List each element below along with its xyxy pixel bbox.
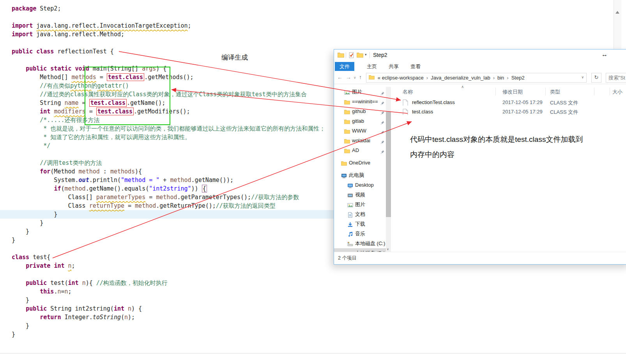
sidebar-item-wolaidai[interactable]: wolaidai <box>334 136 386 145</box>
code-line: public test(int n){ //构造函数，初始化时执行 <box>0 279 336 287</box>
tab-查看[interactable]: 查看 <box>406 62 425 71</box>
divider <box>610 88 610 95</box>
column-header-size[interactable]: 大小 <box>612 88 622 95</box>
properties-check-icon[interactable] <box>348 52 355 58</box>
sidebar-item-OneDrive[interactable]: OneDrive <box>334 158 386 168</box>
file-row-test.class[interactable]: test.class2017-12-05 17:29CLASS 文件 <box>393 107 626 117</box>
folder-icon <box>369 75 375 80</box>
file-date: 2017-12-05 17:29 <box>502 109 543 115</box>
file-type: CLASS 文件 <box>550 109 578 116</box>
folder-icon <box>344 138 350 143</box>
address-bar[interactable]: «eclipse-workspace›Java_deserialize_vuln… <box>366 73 587 83</box>
sidebar-item-label: 文档 <box>355 209 365 219</box>
sidebar-item-==wininit==[interactable]: ==wininit== <box>334 97 386 106</box>
sidebar-item-Desktop[interactable]: Desktop <box>334 180 386 190</box>
code-line: System.out.println("method = " + method.… <box>0 176 336 184</box>
breadcrumb-prefix: « <box>378 73 380 82</box>
chevron-right-icon: › <box>507 73 508 82</box>
sidebar-item-视频[interactable]: 视频 <box>334 190 386 200</box>
search-input[interactable]: 搜索"St <box>606 73 626 83</box>
scroll-down-icon[interactable]: ∨ <box>387 247 389 251</box>
code-line: package Step2; <box>0 4 336 13</box>
document-icon <box>347 211 353 217</box>
file-icon <box>403 109 408 115</box>
pictures-icon <box>344 89 350 95</box>
file-type: CLASS 文件 <box>550 99 578 106</box>
image-icon <box>347 201 353 207</box>
code-line: this.n=n; <box>0 287 336 296</box>
pin-icon <box>380 138 385 143</box>
up-button[interactable]: ↑ <box>359 74 362 80</box>
tab-主页[interactable]: 主页 <box>362 62 382 71</box>
code-line: if(method.getName().equals("int2string")… <box>0 184 336 193</box>
file-list: ∧ 名称 修改日期 类型 大小 reflectionTest.class2017… <box>393 87 626 252</box>
code-line: //调用test类中的方法 <box>0 159 336 167</box>
new-folder-icon[interactable] <box>357 52 363 58</box>
breadcrumb: eclipse-workspace›Java_deserialize_vuln_… <box>382 75 525 81</box>
annotation-note: 代码中test.class对象的本质就是test.class文件加载到 内存中的… <box>410 132 597 162</box>
pin-icon <box>380 99 385 104</box>
sidebar-item-github[interactable]: github <box>334 106 386 116</box>
breadcrumb-item[interactable]: Java_deserialize_vuln_lab <box>431 73 490 82</box>
sidebar-item-图片[interactable]: 图片 <box>334 200 386 209</box>
divider <box>594 88 594 95</box>
film-icon <box>347 192 353 198</box>
sidebar-item-label: 视频 <box>355 190 365 200</box>
code-editor: package Step2; import java.lang.reflect.… <box>0 4 336 339</box>
sidebar-item-文档[interactable]: 文档 <box>334 209 386 219</box>
sidebar: 图片==wininit==githubgitlabWWWwolaidaiADOn… <box>334 87 386 252</box>
page-scrollbar[interactable] <box>614 0 621 49</box>
code-line: private int n; <box>0 262 336 270</box>
column-header-type[interactable]: 类型 <box>550 88 560 95</box>
column-header-name[interactable]: 名称 <box>403 88 413 95</box>
folder-icon <box>344 99 350 104</box>
code-line: class test{ <box>0 253 336 262</box>
back-button[interactable]: ← <box>337 74 343 80</box>
tab-文件[interactable]: 文件 <box>335 62 354 71</box>
sidebar-item-AD[interactable]: AD <box>334 145 386 155</box>
code-line: import java.lang.reflect.InvocationTarge… <box>0 21 336 30</box>
scrollbar-thumb[interactable] <box>386 112 391 217</box>
sidebar-item-下载[interactable]: 下载 <box>334 219 386 229</box>
code-line <box>0 270 336 279</box>
sidebar-item-label: OneDrive <box>349 158 370 168</box>
address-caret-icon[interactable]: ∨ <box>581 75 584 79</box>
chevron-right-icon: › <box>493 73 495 82</box>
item-count: 2 个项目 <box>338 255 357 262</box>
code-line: } <box>0 236 336 244</box>
quick-access-caret-icon[interactable]: ▾ <box>365 53 367 57</box>
tab-共享[interactable]: 共享 <box>384 62 403 71</box>
window-title: Step2 <box>373 52 387 58</box>
sidebar-item-label: 本地磁盘 (D:) <box>355 248 385 252</box>
scroll-up-icon[interactable] <box>615 11 619 14</box>
breadcrumb-item[interactable]: bin <box>497 73 504 82</box>
breadcrumb-item[interactable]: Step2 <box>511 73 525 82</box>
sort-caret-icon: ∧ <box>461 85 464 89</box>
code-line: return Integer.toString(n); <box>0 313 336 322</box>
code-line <box>0 13 336 21</box>
refresh-button[interactable]: ↻ <box>591 73 601 83</box>
column-header-date[interactable]: 修改日期 <box>502 88 523 95</box>
download-icon <box>347 221 353 227</box>
sidebar-item-label: WWW <box>352 126 366 136</box>
sidebar-item-此电脑[interactable]: 此电脑 <box>334 170 386 180</box>
divider <box>0 353 626 353</box>
sidebar-scrollbar[interactable]: ∨ <box>386 87 391 252</box>
breadcrumb-item[interactable]: eclipse-workspace <box>382 73 424 82</box>
sidebar-item-本地磁盘 (D:)[interactable]: 本地磁盘 (D:) <box>334 248 386 252</box>
sidebar-item-label: 此电脑 <box>349 170 364 180</box>
sidebar-item-gitlab[interactable]: gitlab <box>334 116 386 126</box>
sidebar-item-label: github <box>352 106 366 116</box>
pin-icon <box>380 89 385 94</box>
sidebar-item-音乐[interactable]: 音乐 <box>334 229 386 239</box>
compile-label: 编译生成 <box>221 53 248 62</box>
sidebar-item-WWW[interactable]: WWW <box>334 126 386 136</box>
file-row-reflectionTest.class[interactable]: reflectionTest.class2017-12-05 17:29CLAS… <box>393 98 626 107</box>
title-bar[interactable]: ▾ Step2 ↔ <box>334 49 626 61</box>
code-line <box>0 39 336 47</box>
recent-caret-icon[interactable]: ∨ <box>354 76 356 80</box>
forward-button[interactable]: → <box>346 74 351 80</box>
sidebar-item-图片[interactable]: 图片 <box>334 87 386 97</box>
code-line: } <box>0 296 336 304</box>
sidebar-item-本地磁盘 (C:)[interactable]: 本地磁盘 (C:) <box>334 239 386 248</box>
